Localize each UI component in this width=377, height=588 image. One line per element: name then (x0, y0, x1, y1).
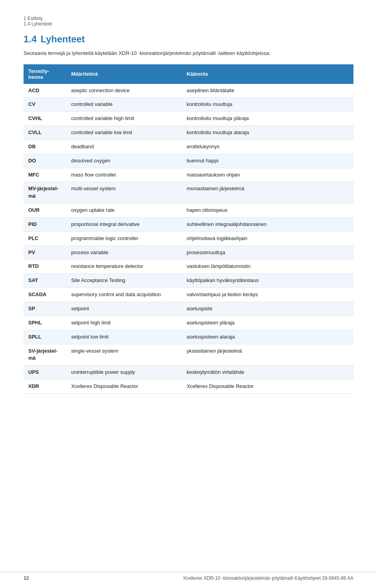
cell-term: SPLL (24, 330, 66, 344)
table-row: MV-järjestel- mämulti-vessel systemmonia… (24, 182, 353, 204)
cell-definition: controlled variable low limit (66, 126, 182, 140)
table-row: PVprocess variableprosessimuuttuja (24, 246, 353, 260)
cell-definition: supervisory control and data acquisition (66, 288, 182, 302)
footer-page-number: 12 (24, 575, 29, 581)
cell-term: CVLL (24, 126, 66, 140)
cell-translation: käyttöpaikan hyväksyntätestaus (182, 274, 353, 288)
cell-definition: aseptic connection device (66, 84, 182, 98)
intro-text: Seuraavia termejä ja lyhenteitä käytetää… (24, 49, 353, 57)
table-row: ACDaseptic connection deviceaseptinen li… (24, 84, 353, 98)
col-header-definition: Määritelmä (66, 64, 182, 84)
cell-translation: keskeytymätön virtalähde (182, 366, 353, 380)
cell-translation: hapen ottonopeus (182, 204, 353, 218)
cell-term: DB (24, 140, 66, 154)
cell-term: MV-järjestel- mä (24, 182, 66, 204)
table-row: SV-järjestel- mäsingle-vessel systemyksi… (24, 344, 353, 366)
cell-term: MFC (24, 168, 66, 182)
cell-definition: setpoint (66, 302, 182, 316)
table-row: SCADAsupervisory control and data acquis… (24, 288, 353, 302)
breadcrumb-part1: 1 Esittely (24, 16, 43, 21)
cell-translation: ohjelmoitava logiikkaohjain (182, 231, 353, 246)
cell-translation: kontrolloitu muuttuja yläraja (182, 112, 353, 126)
section-number: 1.4 (24, 34, 37, 45)
table-row: SPHLsetpoint high limitasetuspisteen ylä… (24, 316, 353, 330)
cell-term: CVHL (24, 112, 66, 126)
cell-term: RTD (24, 260, 66, 274)
cell-definition: resistance temperature detector (66, 260, 182, 274)
cell-translation: valvontaohjaus ja tiedon keräys (182, 288, 353, 302)
cell-term: OUR (24, 204, 66, 218)
table-row: CVcontrolled variablekontrolloitu muuttu… (24, 98, 353, 112)
cell-definition: oxygen uptake rate (66, 204, 182, 218)
abbreviations-table: Termi/ly- henne Määritelmä Käännös ACDas… (24, 64, 353, 394)
cell-definition: setpoint low limit (66, 330, 182, 344)
table-row: SPsetpointasetuspiste (24, 302, 353, 316)
cell-definition: proportional integral derivative (66, 217, 182, 231)
table-row: OURoxygen uptake ratehapen ottonopeus (24, 204, 353, 218)
cell-term: PV (24, 246, 66, 260)
cell-translation: moniastiainen järjestelmä (182, 182, 353, 204)
cell-translation: liuennut happi (182, 154, 353, 168)
table-row: SATSite Acceptance Testingkäyttöpaikan h… (24, 274, 353, 288)
cell-definition: Site Acceptance Testing (66, 274, 182, 288)
cell-definition: multi-vessel system (66, 182, 182, 204)
col-header-term: Termi/ly- henne (24, 64, 66, 84)
page-footer: 12 Xcellerex XDR-10 -bioreaktorijärjeste… (0, 572, 377, 581)
cell-translation: yksiastiainen järjestelmä (182, 344, 353, 366)
cell-term: SV-järjestel- mä (24, 344, 66, 366)
cell-term: SP (24, 302, 66, 316)
table-row: XDRXcellerex Disposable ReactorXcellerex… (24, 380, 353, 394)
cell-definition: mass flow controller (66, 168, 182, 182)
cell-translation: asetuspisteen yläraja (182, 316, 353, 330)
cell-definition: Xcellerex Disposable Reactor (66, 380, 182, 394)
cell-definition: process variable (66, 246, 182, 260)
cell-term: XDR (24, 380, 66, 394)
cell-translation: massavirtauksen ohjain (182, 168, 353, 182)
table-header-row: Termi/ly- henne Määritelmä Käännös (24, 64, 353, 84)
footer-document: Xcellerex XDR-10 -bioreaktorijärjestelmä… (183, 575, 353, 581)
breadcrumb: 1 Esittely 1.4 Lyhenteet (24, 16, 353, 27)
cell-translation: asetuspisteen alaraja (182, 330, 353, 344)
cell-definition: uninterruptible power supply (66, 366, 182, 380)
table-row: UPSuninterruptible power supplykeskeytym… (24, 366, 353, 380)
cell-translation: vastuksen lämpötilatunnistin (182, 260, 353, 274)
table-row: RTDresistance temperature detectorvastuk… (24, 260, 353, 274)
section-title: Lyhenteet (40, 34, 84, 45)
cell-term: PLC (24, 231, 66, 246)
cell-definition: controlled variable (66, 98, 182, 112)
table-row: CVHLcontrolled variable high limitkontro… (24, 112, 353, 126)
cell-term: CV (24, 98, 66, 112)
cell-translation: aseptinen liitäntälaite (182, 84, 353, 98)
cell-definition: deadband (66, 140, 182, 154)
cell-definition: controlled variable high limit (66, 112, 182, 126)
cell-translation: suhteellinen integraalijohdannainen (182, 217, 353, 231)
cell-translation: erottelukynnys (182, 140, 353, 154)
table-row: PLCprogrammable logic controllerohjelmoi… (24, 231, 353, 246)
cell-term: SCADA (24, 288, 66, 302)
cell-translation: asetuspiste (182, 302, 353, 316)
table-row: CVLLcontrolled variable low limitkontrol… (24, 126, 353, 140)
cell-term: SAT (24, 274, 66, 288)
cell-translation: Xcellerex Disposable Reactor (182, 380, 353, 394)
cell-definition: programmable logic controller (66, 231, 182, 246)
cell-definition: setpoint high limit (66, 316, 182, 330)
table-row: SPLLsetpoint low limitasetuspisteen alar… (24, 330, 353, 344)
cell-definition: dissolved oxygen (66, 154, 182, 168)
col-header-translation: Käännös (182, 64, 353, 84)
table-row: DBdeadbanderottelukynnys (24, 140, 353, 154)
cell-term: UPS (24, 366, 66, 380)
cell-term: ACD (24, 84, 66, 98)
cell-term: PID (24, 217, 66, 231)
breadcrumb-part2: 1.4 Lyhenteet (24, 21, 52, 27)
cell-term: DO (24, 154, 66, 168)
cell-definition: single-vessel system (66, 344, 182, 366)
table-row: PIDproportional integral derivativesuhte… (24, 217, 353, 231)
cell-term: SPHL (24, 316, 66, 330)
cell-translation: kontrolloitu muuttuja (182, 98, 353, 112)
cell-translation: prosessimuuttuja (182, 246, 353, 260)
table-row: DOdissolved oxygenliuennut happi (24, 154, 353, 168)
table-row: MFCmass flow controllermassavirtauksen o… (24, 168, 353, 182)
cell-translation: kontrolloitu muuttuja alaraja (182, 126, 353, 140)
